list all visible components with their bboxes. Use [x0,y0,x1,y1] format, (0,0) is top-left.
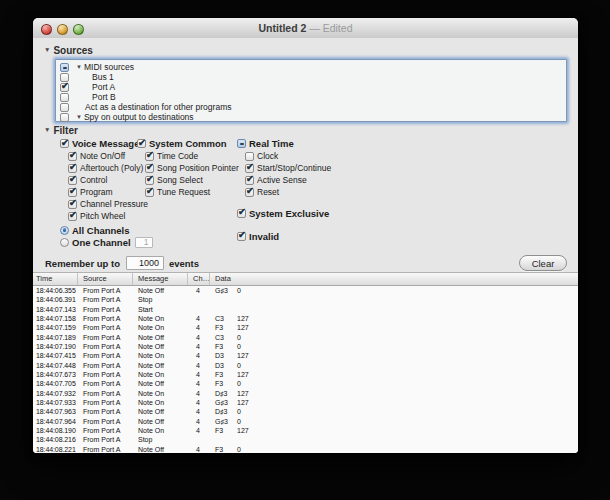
filter-item-checkbox[interactable]: Pitch Wheel [68,210,153,222]
filter-item-label: Time Code [157,151,198,161]
checkbox-icon[interactable] [68,212,77,221]
event-row[interactable]: 18:44:07.705From Port ANote Off4F30 [33,379,578,388]
event-row[interactable]: 18:44:07.448From Port ANote Off4D30 [33,361,578,370]
checkbox-icon[interactable] [237,232,246,241]
event-row[interactable]: 18:44:07.189From Port ANote Off4C30 [33,333,578,342]
disclosure-triangle-icon[interactable]: ▼ [76,64,82,70]
source-row[interactable]: Port B [56,92,566,102]
radio-icon[interactable] [60,238,69,247]
filter-item-checkbox[interactable]: Active Sense [245,174,331,186]
checkbox-icon[interactable] [245,152,254,161]
event-channel: 4 [188,427,210,434]
event-data-value: 127 [237,324,249,331]
channel-radio[interactable]: All Channels [60,224,153,236]
column-header-src[interactable]: Source [78,273,133,285]
source-checkbox[interactable] [60,63,69,72]
event-data-note: F3 [215,371,237,378]
event-row[interactable]: 18:44:07.933From Port ANote On4G♯3127 [33,398,578,407]
event-source: From Port A [78,371,133,378]
disclosure-triangle-icon[interactable]: ▼ [44,127,50,134]
source-checkbox[interactable] [60,103,69,112]
checkbox-icon[interactable] [145,176,154,185]
event-row[interactable]: 18:44:07.415From Port ANote On4D3127 [33,351,578,360]
checkbox-icon[interactable] [245,188,254,197]
filter-item-checkbox[interactable]: Time Code [145,150,239,162]
event-time: 18:44:07.933 [33,399,78,406]
event-channel: 4 [188,362,210,369]
channel-radio[interactable]: One Channel [60,236,153,248]
checkbox-icon[interactable] [145,188,154,197]
event-row[interactable]: 18:44:07.673From Port ANote On4F3127 [33,370,578,379]
filter-item-checkbox[interactable]: Start/Stop/Continue [245,162,331,174]
filter-group-checkbox[interactable]: Real Time [237,137,331,150]
checkbox-icon[interactable] [245,176,254,185]
checkbox-icon[interactable] [245,164,254,173]
filter-item-checkbox[interactable]: Channel Pressure [68,198,153,210]
source-row[interactable]: ▼MIDI sources [56,62,566,72]
event-row[interactable]: 18:44:06.391From Port AStop [33,295,578,304]
filter-item-checkbox[interactable]: Song Position Pointer [145,162,239,174]
filter-section-header[interactable]: ▼ Filter [44,124,78,136]
event-row[interactable]: 18:44:07.158From Port ANote On4C3127 [33,314,578,323]
event-row[interactable]: 18:44:08.216From Port AStop [33,435,578,444]
event-time: 18:44:07.159 [33,324,78,331]
event-row[interactable]: 18:44:07.964From Port ANote Off4G♯30 [33,417,578,426]
checkbox-icon[interactable] [68,164,77,173]
event-data-value: 0 [237,287,241,294]
column-header-ch[interactable]: Ch… [188,273,210,285]
filter-standalone-checkbox[interactable]: Invalid [237,230,331,242]
filter-group-label: Voice Messages [72,138,145,149]
checkbox-icon[interactable] [68,152,77,161]
filter-item-checkbox[interactable]: Tune Request [145,186,239,198]
column-header-data[interactable]: Data [210,273,578,285]
disclosure-triangle-icon[interactable]: ▼ [76,114,82,120]
event-data-value: 0 [237,380,241,387]
checkbox-icon[interactable] [68,200,77,209]
checkbox-icon[interactable] [60,139,69,148]
event-row[interactable]: 18:44:08.190From Port ANote On4F3127 [33,426,578,435]
disclosure-triangle-icon[interactable]: ▼ [44,47,50,54]
checkbox-icon[interactable] [68,188,77,197]
remember-events-row: Remember up to events [45,256,199,270]
events-table-header[interactable]: TimeSourceMessageCh…Data [33,273,578,286]
filter-item-label: Pitch Wheel [80,211,125,221]
event-row[interactable]: 18:44:07.159From Port ANote On4F3127 [33,323,578,332]
source-row[interactable]: Bus 1 [56,72,566,82]
event-row[interactable]: 18:44:06.355From Port ANote Off4G♯30 [33,286,578,295]
checkbox-icon[interactable] [137,139,146,148]
sources-section-header[interactable]: ▼ Sources [44,44,93,56]
checkbox-icon[interactable] [145,164,154,173]
filter-item-label: Active Sense [257,175,307,185]
event-row[interactable]: 18:44:07.143From Port AStart [33,305,578,314]
checkbox-icon[interactable] [237,209,246,218]
event-row[interactable]: 18:44:07.932From Port ANote On4D♯3127 [33,389,578,398]
source-checkbox[interactable] [60,93,69,102]
filter-item-checkbox[interactable]: Clock [245,150,331,162]
window-titlebar[interactable]: Untitled 2 — Edited [33,18,578,39]
event-row[interactable]: 18:44:08.221From Port ANote Off4F30 [33,445,578,453]
source-checkbox[interactable] [60,83,69,92]
source-row[interactable]: Act as a destination for other programs [56,102,566,112]
event-row[interactable]: 18:44:07.190From Port ANote Off4F30 [33,342,578,351]
sources-list[interactable]: ▼MIDI sourcesBus 1Port APort BAct as a d… [55,59,567,122]
radio-icon[interactable] [60,226,69,235]
source-row[interactable]: Port A [56,82,566,92]
filter-item-checkbox[interactable]: Reset [245,186,331,198]
source-checkbox[interactable] [60,113,69,122]
channel-radio-label: All Channels [72,225,130,236]
checkbox-icon[interactable] [237,139,246,148]
filter-item-checkbox[interactable]: Song Select [145,174,239,186]
remember-count-field[interactable] [126,256,164,270]
source-row[interactable]: ▼Spy on output to destinations [56,112,566,122]
filter-standalone-checkbox[interactable]: System Exclusive [237,207,331,219]
checkbox-icon[interactable] [68,176,77,185]
events-table[interactable]: TimeSourceMessageCh…Data 18:44:06.355Fro… [33,272,578,453]
event-row[interactable]: 18:44:07.963From Port ANote Off4D♯30 [33,407,578,416]
column-header-time[interactable]: Time [33,273,78,285]
one-channel-field[interactable] [135,237,153,248]
clear-button[interactable]: Clear [519,255,567,271]
column-header-msg[interactable]: Message [133,273,188,285]
checkbox-icon[interactable] [145,152,154,161]
source-label: Port A [92,82,115,92]
event-source: From Port A [78,427,133,434]
